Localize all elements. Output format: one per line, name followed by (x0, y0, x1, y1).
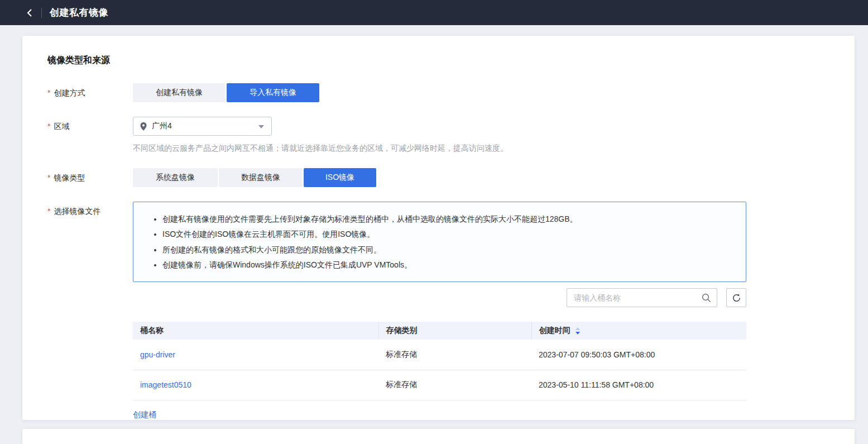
create-private-image-toggle[interactable]: 创建私有镜像 (133, 83, 226, 102)
system-disk-image-toggle[interactable]: 系统盘镜像 (133, 168, 218, 187)
region-field: 广州4 不同区域的云服务产品之间内网互不相通；请就近选择靠近您业务的区域，可减少… (133, 117, 508, 154)
image-file-field: 创建私有镜像使用的文件需要先上传到对象存储为标准类型的桶中，从桶中选取的镜像文件… (133, 202, 746, 420)
back-button[interactable] (26, 8, 34, 17)
form-row-image-type: *镜像类型 系统盘镜像 数据盘镜像 ISO镜像 (47, 168, 855, 187)
refresh-icon (732, 293, 741, 303)
title-divider (41, 8, 42, 18)
image-file-label: *选择镜像文件 (47, 202, 133, 420)
import-private-image-toggle[interactable]: 导入私有镜像 (227, 83, 319, 102)
image-type-label: *镜像类型 (47, 168, 133, 187)
storage-class-cell: 标准存储 (378, 370, 531, 400)
next-section-card (22, 429, 855, 444)
notice-item: 创建私有镜像使用的文件需要先上传到对象存储为标准类型的桶中，从桶中选取的镜像文件… (162, 213, 732, 225)
form-row-image-file: *选择镜像文件 创建私有镜像使用的文件需要先上传到对象存储为标准类型的桶中，从桶… (47, 202, 855, 420)
image-file-notice-box: 创建私有镜像使用的文件需要先上传到对象存储为标准类型的桶中，从桶中选取的镜像文件… (133, 202, 746, 282)
iso-image-toggle[interactable]: ISO镜像 (304, 168, 376, 187)
section-title: 镜像类型和来源 (47, 55, 855, 66)
sort-arrows-icon[interactable] (576, 327, 580, 335)
bucket-search-row (133, 288, 746, 307)
form-row-creation-method: *创建方式 创建私有镜像 导入私有镜像 (47, 83, 855, 102)
sort-desc-icon (576, 332, 580, 335)
storage-class-cell: 标准存储 (378, 340, 531, 370)
bucket-name-cell: gpu-driver (133, 340, 378, 370)
form-row-region: *区域 广州4 不同区域的云服务产品之间内网互不相通；请就近选择靠近您业务的区域… (47, 117, 855, 154)
image-type-source-card: 镜像类型和来源 *创建方式 创建私有镜像 导入私有镜像 *区域 广州4 不同区域… (22, 36, 855, 420)
image-type-toggle-group: 系统盘镜像 数据盘镜像 ISO镜像 (133, 168, 376, 187)
bucket-table-header-row: 桶名称 存储类别 创建时间 (133, 322, 746, 340)
required-marker: * (47, 88, 50, 97)
column-header-bucket-name: 桶名称 (133, 322, 378, 340)
page-title: 创建私有镜像 (50, 6, 108, 19)
column-header-created-time[interactable]: 创建时间 (531, 322, 746, 340)
data-disk-image-toggle[interactable]: 数据盘镜像 (219, 168, 303, 187)
top-bar: 创建私有镜像 (0, 0, 868, 25)
required-marker: * (47, 207, 50, 216)
bucket-table-row: gpu-driver 标准存储 2023-07-07 09:50:03 GMT+… (133, 340, 746, 370)
magnifier-icon (702, 293, 711, 303)
refresh-button[interactable] (726, 288, 746, 307)
create-bucket-link[interactable]: 创建桶 (133, 410, 156, 420)
location-pin-icon (140, 122, 147, 131)
required-marker: * (47, 122, 50, 131)
chevron-left-icon (26, 8, 34, 17)
notice-item: 所创建的私有镜像的格式和大小可能跟您的原始镜像文件不同。 (162, 244, 732, 255)
notice-item: 创建镜像前，请确保Windows操作系统的ISO文件已集成UVP VMTools… (162, 259, 732, 270)
sort-asc-icon (576, 327, 580, 330)
region-select[interactable]: 广州4 (133, 117, 272, 136)
bucket-search-box (567, 288, 717, 307)
caret-down-icon (258, 125, 264, 128)
region-selected-value: 广州4 (152, 121, 172, 131)
bucket-search-input[interactable] (567, 293, 696, 302)
bucket-link[interactable]: gpu-driver (140, 350, 175, 359)
notice-list: 创建私有镜像使用的文件需要先上传到对象存储为标准类型的桶中，从桶中选取的镜像文件… (133, 213, 732, 270)
bucket-table-row: imagetest0510 标准存储 2023-05-10 11:11:58 G… (133, 370, 746, 400)
bucket-name-cell: imagetest0510 (133, 370, 378, 400)
bucket-table: 桶名称 存储类别 创建时间 gpu-driver 标准存储 2023-07-07… (133, 322, 746, 400)
column-header-storage-class: 存储类别 (378, 322, 531, 340)
required-marker: * (47, 173, 50, 182)
created-time-cell: 2023-07-07 09:50:03 GMT+08:00 (531, 340, 746, 370)
notice-item: ISO文件创建的ISO镜像在云主机界面不可用。使用ISO镜像。 (162, 228, 732, 240)
created-time-cell: 2023-05-10 11:11:58 GMT+08:00 (531, 370, 746, 400)
creation-method-label: *创建方式 (47, 83, 133, 102)
creation-method-toggle-group: 创建私有镜像 导入私有镜像 (133, 83, 319, 102)
bucket-link[interactable]: imagetest0510 (140, 380, 191, 389)
region-label: *区域 (47, 117, 133, 154)
region-hint: 不同区域的云服务产品之间内网互不相通；请就近选择靠近您业务的区域，可减少网络时延… (133, 144, 508, 154)
search-button[interactable] (696, 293, 717, 303)
